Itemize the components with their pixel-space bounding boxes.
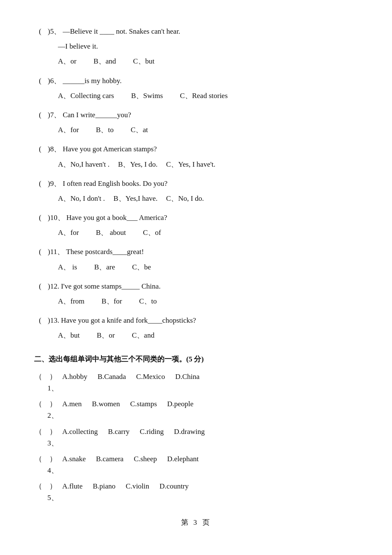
q7-open-paren: ( — [34, 109, 46, 121]
vocab-q1-option-c[interactable]: C.Mexico — [136, 371, 165, 382]
q12-options: A、from B、for C、to — [34, 295, 358, 307]
vocab-q2-inner: ）2、 — [45, 398, 61, 421]
q10-option-b[interactable]: B、 about — [96, 227, 126, 238]
q13-text: Have you got a knife and fork____chopsti… — [61, 315, 358, 326]
q11-option-a[interactable]: A、 is — [58, 261, 77, 273]
q10-options: A、for B、 about C、of — [34, 227, 358, 238]
q6-option-b[interactable]: B、Swims — [131, 90, 163, 101]
q8-num: )8、 — [48, 143, 61, 155]
vocab-q3-option-a[interactable]: A.collecting — [62, 426, 98, 437]
question-9: ( )9、 I often read English books. Do you… — [34, 178, 358, 204]
vocab-q2-option-b[interactable]: B.women — [92, 398, 120, 410]
section-2-header: 二、选出每组单词中与其他三个不同类的一项。(5 分) — [34, 353, 358, 365]
vocab-q2-options: A.men B.women C.stamps D.people — [62, 398, 358, 410]
q13-option-c[interactable]: C、and — [132, 330, 155, 341]
q9-text: I often read English books. Do you? — [63, 178, 358, 189]
question-11: ( )11、 These postcards____great! A、 is B… — [34, 246, 358, 272]
q7-option-a[interactable]: A、for — [58, 124, 79, 136]
q11-option-c[interactable]: C、be — [132, 261, 151, 273]
q8-option-c[interactable]: C、Yes, I have't. — [166, 159, 216, 170]
q5-subtext: —I believe it. — [34, 40, 358, 52]
vocab-q5-option-a[interactable]: A.flute — [62, 480, 83, 492]
q13-open-paren: ( — [34, 315, 46, 326]
vocab-q2-option-a[interactable]: A.men — [62, 398, 82, 410]
q13-num: )13. — [48, 315, 59, 326]
page-number: 第 3 页 — [34, 517, 358, 528]
vocab-q3-option-b[interactable]: B.carry — [108, 426, 130, 437]
q9-option-c[interactable]: C、No, I do. — [166, 193, 204, 204]
vocab-q4-option-b[interactable]: B.camera — [96, 453, 124, 465]
q5-option-c[interactable]: C、but — [133, 55, 154, 67]
vocab-q5-option-d[interactable]: D.country — [159, 480, 188, 492]
vocab-q1-option-b[interactable]: B.Canada — [98, 371, 126, 382]
vocab-q1-options: A.hobby B.Canada C.Mexico D.China — [62, 371, 358, 382]
question-8: ( )8、 Have you got American stamps? A、No… — [34, 143, 358, 170]
q13-option-b[interactable]: B、or — [97, 330, 115, 341]
q9-option-a[interactable]: A、No, I don't . — [58, 193, 105, 204]
q6-option-c[interactable]: C、Read stories — [180, 90, 228, 101]
vocab-q3-option-d[interactable]: D.drawing — [174, 426, 205, 437]
vocab-q1-option-d[interactable]: D.China — [175, 371, 199, 382]
vocab-q5-option-c[interactable]: C.violin — [126, 480, 149, 492]
vocab-q3-option-c[interactable]: C.riding — [140, 426, 164, 437]
q6-option-a[interactable]: A、Collecting cars — [58, 90, 114, 101]
vocab-q2: （ ）2、 A.men B.women C.stamps D.people — [34, 398, 358, 421]
vocab-q2-option-d[interactable]: D.people — [167, 398, 193, 410]
q13-option-a[interactable]: A、but — [58, 330, 80, 341]
q9-option-b[interactable]: B、Yes,I have. — [113, 193, 158, 204]
vocab-q4-option-a[interactable]: A.snake — [62, 453, 86, 465]
vocab-q5-option-b[interactable]: B.piano — [93, 480, 115, 492]
q9-options: A、No, I don't . B、Yes,I have. C、No, I do… — [34, 193, 358, 204]
q12-option-b[interactable]: B、for — [101, 295, 122, 307]
q12-open-paren: ( — [34, 280, 46, 292]
q5-open-paren: ( — [34, 26, 46, 37]
vocab-q2-option-c[interactable]: C.stamps — [130, 398, 157, 410]
question-12: ( )12. I've got some stamps_____ China. … — [34, 280, 358, 307]
q8-option-a[interactable]: A、No,I haven't . — [58, 159, 110, 170]
q7-option-b[interactable]: B、to — [96, 124, 114, 136]
q13-options: A、but B、or C、and — [34, 330, 358, 341]
question-13: ( )13. Have you got a knife and fork____… — [34, 315, 358, 341]
vocab-q1-outer: （ — [34, 371, 43, 382]
q6-options: A、Collecting cars B、Swims C、Read stories — [34, 90, 358, 101]
q11-num: )11、 — [48, 246, 64, 257]
questions-section: ( )5、 —Believe it ____ not. Snakes can't… — [34, 26, 358, 341]
q5-text: —Believe it ____ not. Snakes can't hear. — [63, 26, 358, 37]
q10-option-a[interactable]: A、for — [58, 227, 79, 238]
vocab-q5-options: A.flute B.piano C.violin D.country — [62, 480, 358, 492]
q12-option-c[interactable]: C、to — [139, 295, 157, 307]
vocab-q4-outer: （ — [34, 453, 43, 465]
vocab-q3-inner: ）3、 — [45, 426, 61, 449]
q10-num: )10、 — [48, 212, 65, 223]
q12-text: I've got some stamps_____ China. — [61, 280, 358, 292]
vocab-q4: （ ）4、 A.snake B.camera C.sheep D.elephan… — [34, 453, 358, 476]
vocab-q4-option-d[interactable]: D.elephant — [167, 453, 199, 465]
vocab-q1-inner: ）1、 — [45, 371, 61, 394]
vocab-q1: （ ）1、 A.hobby B.Canada C.Mexico D.China — [34, 371, 358, 394]
section-2: 二、选出每组单词中与其他三个不同类的一项。(5 分) （ ）1、 A.hobby… — [34, 353, 358, 504]
vocab-q4-option-c[interactable]: C.sheep — [134, 453, 157, 465]
question-10: ( )10、 Have you got a book___ America? A… — [34, 212, 358, 238]
q11-open-paren: ( — [34, 246, 46, 257]
vocab-q3-options: A.collecting B.carry C.riding D.drawing — [62, 426, 358, 437]
q5-option-b[interactable]: B、and — [93, 55, 116, 67]
q8-option-b[interactable]: B、Yes, I do. — [118, 159, 158, 170]
q7-option-c[interactable]: C、at — [131, 124, 148, 136]
q8-open-paren: ( — [34, 143, 46, 155]
question-5: ( )5、 —Believe it ____ not. Snakes can't… — [34, 26, 358, 67]
page: ( )5、 —Believe it ____ not. Snakes can't… — [0, 0, 392, 555]
vocab-q3-outer: （ — [34, 426, 43, 437]
question-7: ( )7、 Can I write______you? A、for B、to C… — [34, 109, 358, 136]
question-6: ( )6、 ______is my hobby. A、Collecting ca… — [34, 75, 358, 101]
vocab-q3: （ ）3、 A.collecting B.carry C.riding D.dr… — [34, 426, 358, 449]
q5-option-a[interactable]: A、or — [58, 55, 76, 67]
q12-num: )12. — [48, 280, 59, 292]
vocab-q1-option-a[interactable]: A.hobby — [62, 371, 87, 382]
q10-option-c[interactable]: C、of — [143, 227, 161, 238]
q11-options: A、 is B、are C、be — [34, 261, 358, 273]
q11-option-b[interactable]: B、are — [94, 261, 115, 273]
q12-option-a[interactable]: A、from — [58, 295, 84, 307]
q7-options: A、for B、to C、at — [34, 124, 358, 136]
q6-num: )6、 — [48, 75, 61, 87]
q7-num: )7、 — [48, 109, 61, 121]
